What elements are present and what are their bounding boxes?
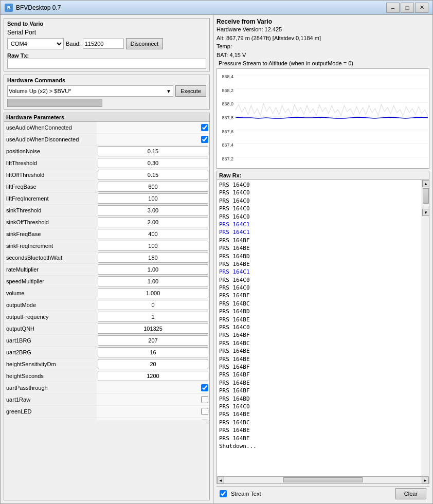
param-input-10[interactable]: [98, 241, 208, 251]
param-value-14[interactable]: [97, 287, 209, 299]
param-value-15[interactable]: [97, 299, 209, 311]
param-checkbox-1[interactable]: [201, 136, 208, 143]
hw-commands-select[interactable]: Volume Up (x2) > $BVU* Volume Down (x2) …: [7, 85, 173, 97]
params-scroll-area[interactable]: useAudioWhenConnecteduseAudioWhenDisconn…: [4, 122, 209, 420]
param-value-24[interactable]: [97, 406, 209, 418]
param-checkbox-24[interactable]: [201, 408, 208, 415]
param-input-18[interactable]: [98, 335, 208, 346]
minimize-button[interactable]: –: [386, 3, 400, 13]
param-value-1[interactable]: [97, 134, 209, 146]
param-value-10[interactable]: [97, 240, 209, 252]
receive-title: Receive from Vario: [217, 18, 429, 25]
raw-rx-item-32: PRS 164BE: [219, 435, 420, 442]
param-value-0[interactable]: [97, 122, 209, 134]
scroll-thumb-h[interactable]: [283, 477, 363, 482]
raw-rx-item-4: PRS 164C0: [219, 213, 420, 221]
serial-port-select[interactable]: COM4: [7, 38, 64, 49]
param-checkbox-22[interactable]: [201, 384, 208, 391]
scroll-up-button[interactable]: ▲: [422, 180, 429, 187]
horizontal-scrollbar[interactable]: ◄ ►: [217, 476, 429, 483]
param-input-13[interactable]: [98, 276, 208, 286]
param-input-17[interactable]: [98, 323, 208, 334]
param-input-19[interactable]: [98, 347, 208, 357]
param-input-2[interactable]: [98, 146, 208, 156]
param-input-8[interactable]: [98, 217, 208, 227]
param-input-15[interactable]: [98, 300, 208, 310]
maximize-button[interactable]: □: [401, 3, 414, 13]
param-value-12[interactable]: [97, 264, 209, 276]
close-button[interactable]: ✕: [415, 3, 428, 13]
param-checkbox-25[interactable]: [201, 420, 208, 420]
param-input-4[interactable]: [98, 170, 208, 180]
param-value-21[interactable]: [97, 370, 209, 382]
param-input-7[interactable]: [98, 205, 208, 215]
param-value-11[interactable]: [97, 252, 209, 264]
raw-tx-row: Raw Tx:: [7, 52, 206, 59]
param-name-10: sinkFreqIncrement: [4, 240, 97, 252]
scroll-right-button[interactable]: ►: [422, 477, 429, 484]
param-value-20[interactable]: [97, 358, 209, 370]
svg-text:867,6: 867,6: [222, 129, 234, 134]
raw-rx-item-5: PRS 164C1: [219, 221, 420, 228]
param-value-18[interactable]: [97, 335, 209, 347]
param-name-23: uart1Raw: [4, 394, 97, 406]
hw-cmd-row: Volume Up (x2) > $BVU* Volume Down (x2) …: [7, 85, 206, 97]
param-checkbox-23[interactable]: [201, 396, 208, 403]
param-input-9[interactable]: [98, 229, 208, 239]
param-value-19[interactable]: [97, 347, 209, 358]
disconnect-button[interactable]: Disconnect: [126, 38, 163, 49]
raw-rx-item-12: PRS 164C0: [219, 276, 420, 284]
param-value-22[interactable]: [97, 382, 209, 394]
param-input-12[interactable]: [98, 264, 208, 275]
param-checkbox-wrapper-1: [98, 134, 208, 145]
baud-input[interactable]: [83, 39, 124, 49]
param-value-25[interactable]: [97, 418, 209, 421]
param-value-17[interactable]: [97, 323, 209, 335]
execute-button[interactable]: Execute: [175, 85, 206, 97]
raw-tx-input[interactable]: [7, 59, 206, 69]
param-value-2[interactable]: [97, 146, 209, 157]
raw-rx-item-13: PRS 164C0: [219, 284, 420, 292]
raw-rx-scrollbar[interactable]: ▲ ▼: [422, 180, 429, 476]
param-input-16[interactable]: [98, 312, 208, 322]
raw-rx-item-33: Shutdown...: [219, 442, 420, 450]
hardware-parameters-section: Hardware Parameters useAudioWhenConnecte…: [4, 113, 210, 500]
param-input-20[interactable]: [98, 359, 208, 369]
param-name-21: heightSeconds: [4, 370, 97, 382]
raw-rx-list[interactable]: PRS 164C0PRS 164C0PRS 164C0PRS 164C0PRS …: [217, 180, 422, 476]
param-value-8[interactable]: [97, 217, 209, 228]
param-value-6[interactable]: [97, 193, 209, 205]
pressure-chart: 868,4 868,2 868,0 867,8 867,6 867,4 867,…: [217, 69, 429, 168]
raw-rx-item-2: PRS 164C0: [219, 197, 420, 205]
svg-text:868,2: 868,2: [222, 88, 234, 93]
scroll-thumb[interactable]: [423, 188, 429, 204]
scroll-left-button[interactable]: ◄: [217, 477, 224, 484]
progress-bar-container: [7, 99, 206, 107]
param-value-3[interactable]: [97, 157, 209, 169]
param-input-5[interactable]: [98, 182, 208, 192]
main-window: B BFVDesktop 0.7 – □ ✕ Send to Vario Ser…: [0, 0, 433, 504]
param-checkbox-0[interactable]: [201, 124, 208, 131]
chart-area: 868,4 868,2 868,0 867,8 867,6 867,4 867,…: [217, 68, 429, 169]
temp-info: Temp:: [217, 42, 429, 51]
stream-text-checkbox[interactable]: [220, 490, 227, 497]
param-value-9[interactable]: [97, 228, 209, 240]
param-input-6[interactable]: [98, 193, 208, 204]
param-value-7[interactable]: [97, 205, 209, 217]
clear-button[interactable]: Clear: [395, 488, 426, 499]
param-name-8: sinkOffThreshold: [4, 217, 97, 228]
param-value-13[interactable]: [97, 276, 209, 287]
param-value-5[interactable]: [97, 181, 209, 193]
param-input-21[interactable]: [98, 371, 208, 381]
raw-rx-item-9: PRS 164BD: [219, 253, 420, 260]
param-input-3[interactable]: [98, 158, 208, 168]
param-input-11[interactable]: [98, 253, 208, 263]
svg-text:867,8: 867,8: [222, 115, 234, 120]
param-value-4[interactable]: [97, 169, 209, 181]
raw-rx-item-31: PRS 164BE: [219, 426, 420, 434]
param-input-14[interactable]: [98, 288, 208, 298]
send-to-vario-group: Send to Vario Serial Port COM4 Baud: Dis…: [4, 18, 210, 71]
scroll-down-button[interactable]: ▼: [422, 209, 429, 216]
param-value-16[interactable]: [97, 311, 209, 323]
param-value-23[interactable]: [97, 394, 209, 406]
